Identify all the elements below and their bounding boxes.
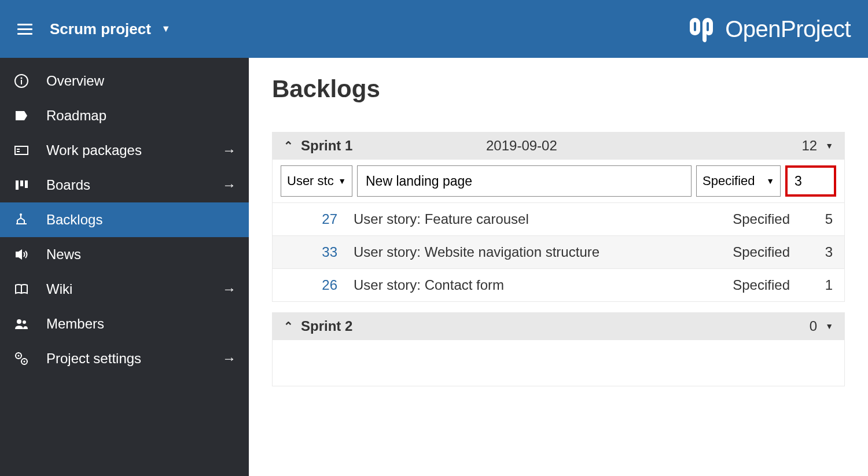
collapse-icon[interactable]: ⌃ xyxy=(284,139,301,153)
story-title-input[interactable] xyxy=(357,165,692,197)
sprint-date: 2019-09-02 xyxy=(486,138,782,154)
sprint-block: ⌃ Sprint 1 2019-09-02 12 ▼ User stc ▼ Sp… xyxy=(272,132,845,302)
story-points-input[interactable] xyxy=(785,165,836,197)
story-status: Specified xyxy=(702,211,800,227)
svg-rect-2 xyxy=(21,80,22,84)
sprint-block: ⌃ Sprint 2 0 ▼ xyxy=(272,312,845,386)
svg-point-11 xyxy=(23,320,26,324)
status-select[interactable]: Specified ▼ xyxy=(696,165,781,197)
boards-icon xyxy=(13,178,30,193)
type-select[interactable]: User stc ▼ xyxy=(281,165,352,197)
story-id[interactable]: 26 xyxy=(284,277,354,293)
story-title: User story: Contact form xyxy=(354,277,702,293)
sidebar-item-overview[interactable]: Overview xyxy=(0,64,249,98)
sidebar-item-label: Work packages xyxy=(46,142,206,158)
arrow-right-icon: → xyxy=(222,142,236,158)
svg-rect-3 xyxy=(15,146,28,154)
story-edit-row: User stc ▼ Specified ▼ xyxy=(273,160,844,203)
sidebar-item-wiki[interactable]: Wiki → xyxy=(0,272,249,307)
svg-point-9 xyxy=(20,213,22,216)
sidebar-item-label: Wiki xyxy=(46,281,206,297)
openproject-icon xyxy=(687,14,716,43)
sidebar-item-backlogs[interactable]: Backlogs xyxy=(0,202,249,237)
sidebar-item-roadmap[interactable]: Roadmap xyxy=(0,98,249,133)
sprint-total-points: 0 xyxy=(782,318,817,334)
sidebar-item-members[interactable]: Members xyxy=(0,307,249,341)
backlogs-icon xyxy=(13,212,30,227)
project-selector[interactable]: Scrum project ▼ xyxy=(50,20,171,38)
sidebar-item-label: Backlogs xyxy=(46,212,236,228)
svg-rect-8 xyxy=(25,180,28,188)
svg-rect-4 xyxy=(17,149,20,150)
brand-logo: OpenProject xyxy=(687,14,851,43)
main-content: Backlogs ⌃ Sprint 1 2019-09-02 12 ▼ User… xyxy=(249,58,868,476)
project-name: Scrum project xyxy=(50,20,151,38)
news-icon xyxy=(13,247,30,262)
svg-rect-5 xyxy=(17,151,20,152)
story-points: 5 xyxy=(800,211,833,227)
story-id[interactable]: 27 xyxy=(284,211,354,227)
sidebar-item-work-packages[interactable]: Work packages → xyxy=(0,133,249,168)
caret-down-icon: ▼ xyxy=(161,24,171,34)
brand-text: OpenProject xyxy=(725,16,851,42)
story-status: Specified xyxy=(702,277,800,293)
sprint-name[interactable]: Sprint 2 xyxy=(301,318,486,334)
svg-rect-6 xyxy=(16,180,19,190)
arrow-right-icon: → xyxy=(222,281,236,297)
story-row[interactable]: 26 User story: Contact form Specified 1 xyxy=(273,269,844,301)
caret-down-icon: ▼ xyxy=(338,176,346,186)
story-row[interactable]: 27 User story: Feature carousel Specifie… xyxy=(273,203,844,236)
svg-rect-7 xyxy=(20,180,23,186)
story-title: User story: Website navigation structure xyxy=(354,244,702,260)
sidebar-item-project-settings[interactable]: Project settings → xyxy=(0,341,249,376)
sprint-total-points: 12 xyxy=(782,138,817,154)
sprint-header: ⌃ Sprint 1 2019-09-02 12 ▼ xyxy=(272,132,845,160)
story-status: Specified xyxy=(702,244,800,260)
type-select-value: User stc xyxy=(287,174,334,189)
sprint-menu-caret-icon[interactable]: ▼ xyxy=(825,322,833,331)
sprint-menu-caret-icon[interactable]: ▼ xyxy=(825,141,833,150)
svg-point-1 xyxy=(21,78,23,79)
sidebar-item-label: Roadmap xyxy=(46,108,236,124)
arrow-right-icon: → xyxy=(222,177,236,193)
arrow-right-icon: → xyxy=(222,350,236,367)
status-select-value: Specified xyxy=(703,174,755,189)
settings-icon xyxy=(13,351,30,366)
story-points: 1 xyxy=(800,277,833,293)
sidebar-item-news[interactable]: News xyxy=(0,237,249,272)
sidebar-item-label: Boards xyxy=(46,177,206,193)
collapse-icon[interactable]: ⌃ xyxy=(284,319,301,333)
sprint-name[interactable]: Sprint 1 xyxy=(301,138,486,154)
svg-point-15 xyxy=(24,361,25,363)
header-left: Scrum project ▼ xyxy=(17,20,171,38)
story-row[interactable]: 33 User story: Website navigation struct… xyxy=(273,236,844,269)
svg-point-10 xyxy=(17,319,21,324)
info-icon xyxy=(13,73,30,88)
story-points: 3 xyxy=(800,244,833,260)
sprint-body: User stc ▼ Specified ▼ 27 User story: Fe… xyxy=(272,160,845,302)
members-icon xyxy=(13,316,30,331)
work-packages-icon xyxy=(13,143,30,158)
sidebar-item-label: Members xyxy=(46,316,236,332)
app-header: Scrum project ▼ OpenProject xyxy=(0,0,868,58)
story-title: User story: Feature carousel xyxy=(354,211,702,227)
sprint-empty-body xyxy=(272,340,845,386)
story-id[interactable]: 33 xyxy=(284,244,354,260)
sidebar: Overview Roadmap Work packages → Boards … xyxy=(0,58,249,476)
sidebar-item-label: Project settings xyxy=(46,350,206,367)
caret-down-icon: ▼ xyxy=(766,176,774,186)
sidebar-item-label: News xyxy=(46,246,236,263)
hamburger-menu-icon[interactable] xyxy=(17,24,32,35)
sidebar-item-boards[interactable]: Boards → xyxy=(0,168,249,202)
wiki-icon xyxy=(13,282,30,297)
sprint-header: ⌃ Sprint 2 0 ▼ xyxy=(272,312,845,340)
tag-icon xyxy=(13,108,30,123)
sidebar-item-label: Overview xyxy=(46,73,236,89)
svg-point-13 xyxy=(18,355,20,357)
page-title: Backlogs xyxy=(272,75,845,103)
